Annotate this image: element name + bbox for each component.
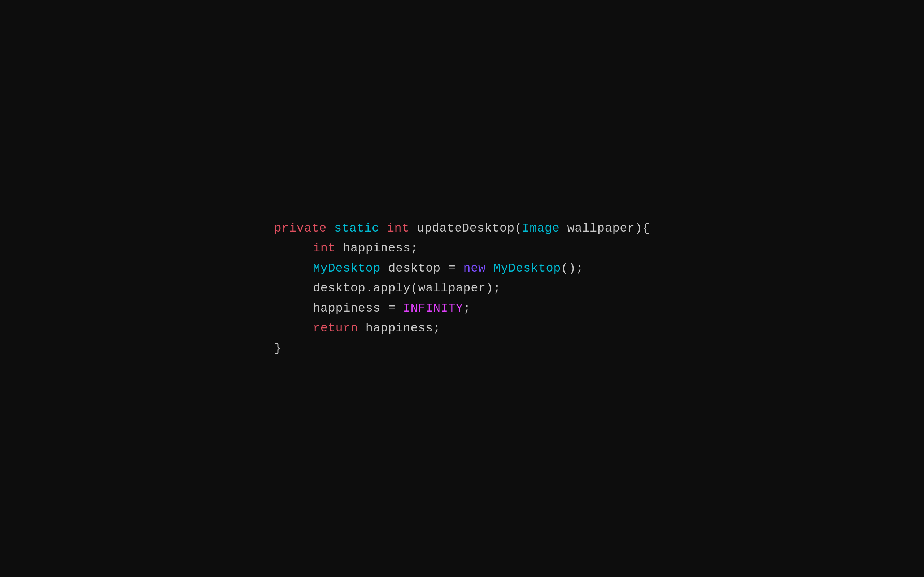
type-mydesktop-2: MyDesktop [493,259,561,279]
space-3 [409,219,417,239]
keyword-int-2: int [313,239,335,258]
happiness-assign: happiness = [313,298,403,318]
semicolon-5: ; [463,298,471,318]
const-infinity: INFINITY [403,298,464,318]
type-mydesktop-1: MyDesktop [313,259,380,279]
type-image: Image [522,219,560,239]
apply-call: desktop.apply(wallpaper); [313,279,501,298]
code-display: private static int updateDesktop( Image … [274,219,650,358]
keyword-private: private [274,219,327,239]
method-name: updateDesktop( [417,219,522,239]
desktop-assign: desktop = [380,259,463,279]
space-1 [327,219,334,239]
constructor-call: (); [561,259,583,279]
keyword-static: static [334,219,380,239]
code-line-7: } [274,338,650,358]
happiness-decl: happiness; [335,239,418,258]
return-value: happiness; [358,318,441,338]
code-line-5: happiness = INFINITY ; [274,298,650,318]
keyword-int-1: int [387,219,409,239]
code-line-3: MyDesktop desktop = new MyDesktop (); [274,259,650,279]
code-line-6: return happiness; [274,318,650,338]
closing-brace: } [274,338,281,358]
space-new [486,259,493,279]
code-line-1: private static int updateDesktop( Image … [274,219,650,239]
space-2 [380,219,387,239]
param-text: wallpaper){ [560,219,650,239]
keyword-new: new [463,259,485,279]
code-line-4: desktop.apply(wallpaper); [274,279,650,298]
code-line-2: int happiness; [274,239,650,258]
keyword-return: return [313,318,358,338]
